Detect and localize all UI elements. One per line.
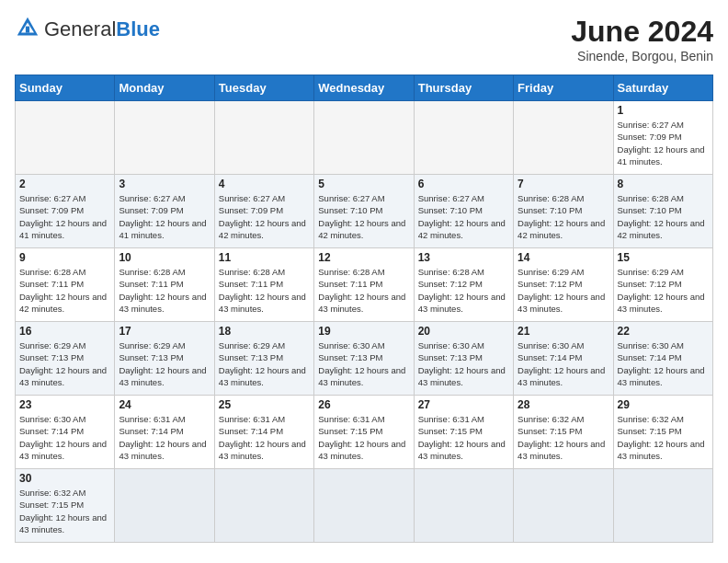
- day-number: 2: [19, 178, 110, 190]
- logo-icon: [15, 15, 40, 44]
- day-number: 21: [518, 325, 609, 338]
- day-info: Sunrise: 6:30 AM Sunset: 7:13 PM Dayligh…: [318, 339, 409, 388]
- header-friday: Friday: [514, 75, 613, 101]
- calendar-cell: 1Sunrise: 6:27 AM Sunset: 7:09 PM Daylig…: [613, 101, 712, 175]
- day-info: Sunrise: 6:27 AM Sunset: 7:09 PM Dayligh…: [19, 192, 110, 241]
- calendar-cell: 18Sunrise: 6:29 AM Sunset: 7:13 PM Dayli…: [214, 322, 313, 396]
- calendar-cell: 5Sunrise: 6:27 AM Sunset: 7:10 PM Daylig…: [314, 175, 414, 248]
- day-number: 5: [318, 178, 409, 190]
- day-info: Sunrise: 6:29 AM Sunset: 7:13 PM Dayligh…: [119, 339, 210, 388]
- calendar-cell: 24Sunrise: 6:31 AM Sunset: 7:14 PM Dayli…: [115, 396, 214, 469]
- calendar-cell: 12Sunrise: 6:28 AM Sunset: 7:11 PM Dayli…: [314, 248, 414, 322]
- calendar-cell: 4Sunrise: 6:27 AM Sunset: 7:09 PM Daylig…: [214, 175, 313, 248]
- calendar-cell: [214, 101, 313, 175]
- day-info: Sunrise: 6:31 AM Sunset: 7:14 PM Dayligh…: [119, 413, 210, 462]
- calendar-cell: 11Sunrise: 6:28 AM Sunset: 7:11 PM Dayli…: [214, 248, 313, 322]
- day-info: Sunrise: 6:28 AM Sunset: 7:10 PM Dayligh…: [618, 192, 709, 241]
- day-info: Sunrise: 6:29 AM Sunset: 7:12 PM Dayligh…: [618, 266, 709, 315]
- calendar-cell: 25Sunrise: 6:31 AM Sunset: 7:14 PM Dayli…: [214, 396, 313, 469]
- day-info: Sunrise: 6:31 AM Sunset: 7:15 PM Dayligh…: [318, 413, 409, 462]
- day-number: 22: [618, 325, 709, 338]
- day-number: 12: [318, 251, 409, 264]
- calendar-cell: 8Sunrise: 6:28 AM Sunset: 7:10 PM Daylig…: [613, 175, 712, 248]
- calendar-cell: [16, 101, 115, 175]
- day-number: 8: [618, 178, 709, 190]
- calendar-cell: 30Sunrise: 6:32 AM Sunset: 7:15 PM Dayli…: [16, 469, 115, 543]
- day-number: 10: [119, 251, 210, 264]
- day-number: 23: [19, 398, 110, 411]
- calendar-cell: 16Sunrise: 6:29 AM Sunset: 7:13 PM Dayli…: [16, 322, 115, 396]
- calendar-cell: 26Sunrise: 6:31 AM Sunset: 7:15 PM Dayli…: [314, 396, 414, 469]
- calendar-cell: [414, 101, 513, 175]
- calendar-cell: 10Sunrise: 6:28 AM Sunset: 7:11 PM Dayli…: [115, 248, 214, 322]
- day-number: 30: [19, 472, 110, 485]
- day-info: Sunrise: 6:28 AM Sunset: 7:12 PM Dayligh…: [418, 266, 509, 315]
- day-number: 28: [518, 398, 609, 411]
- day-info: Sunrise: 6:27 AM Sunset: 7:10 PM Dayligh…: [418, 192, 509, 241]
- day-number: 20: [418, 325, 509, 338]
- week-row-1: 2Sunrise: 6:27 AM Sunset: 7:09 PM Daylig…: [16, 175, 713, 248]
- day-info: Sunrise: 6:28 AM Sunset: 7:11 PM Dayligh…: [318, 266, 409, 315]
- calendar-cell: 29Sunrise: 6:32 AM Sunset: 7:15 PM Dayli…: [613, 396, 712, 469]
- header-wednesday: Wednesday: [314, 75, 414, 101]
- day-number: 19: [318, 325, 409, 338]
- header-thursday: Thursday: [414, 75, 513, 101]
- header-sunday: Sunday: [16, 75, 115, 101]
- day-info: Sunrise: 6:27 AM Sunset: 7:10 PM Dayligh…: [318, 192, 409, 241]
- day-info: Sunrise: 6:30 AM Sunset: 7:13 PM Dayligh…: [418, 339, 509, 388]
- header-saturday: Saturday: [613, 75, 712, 101]
- day-info: Sunrise: 6:32 AM Sunset: 7:15 PM Dayligh…: [19, 487, 110, 535]
- calendar-cell: 27Sunrise: 6:31 AM Sunset: 7:15 PM Dayli…: [414, 396, 513, 469]
- day-number: 25: [219, 398, 310, 411]
- logo: GeneralBlue: [15, 15, 160, 44]
- calendar-cell: 14Sunrise: 6:29 AM Sunset: 7:12 PM Dayli…: [514, 248, 613, 322]
- day-number: 17: [119, 325, 210, 338]
- day-number: 29: [618, 398, 709, 411]
- calendar-cell: [314, 469, 414, 543]
- day-info: Sunrise: 6:28 AM Sunset: 7:11 PM Dayligh…: [19, 266, 110, 315]
- calendar-cell: 13Sunrise: 6:28 AM Sunset: 7:12 PM Dayli…: [414, 248, 513, 322]
- calendar-cell: 22Sunrise: 6:30 AM Sunset: 7:14 PM Dayli…: [613, 322, 712, 396]
- week-row-5: 30Sunrise: 6:32 AM Sunset: 7:15 PM Dayli…: [16, 469, 713, 543]
- day-number: 24: [119, 398, 210, 411]
- calendar-cell: 9Sunrise: 6:28 AM Sunset: 7:11 PM Daylig…: [16, 248, 115, 322]
- day-number: 27: [418, 398, 509, 411]
- day-number: 1: [618, 104, 709, 117]
- day-number: 14: [518, 251, 609, 264]
- week-row-0: 1Sunrise: 6:27 AM Sunset: 7:09 PM Daylig…: [16, 101, 713, 175]
- day-info: Sunrise: 6:27 AM Sunset: 7:09 PM Dayligh…: [219, 192, 310, 241]
- day-number: 4: [219, 178, 310, 190]
- calendar-cell: 20Sunrise: 6:30 AM Sunset: 7:13 PM Dayli…: [414, 322, 513, 396]
- day-number: 18: [219, 325, 310, 338]
- calendar-cell: [115, 101, 214, 175]
- day-info: Sunrise: 6:28 AM Sunset: 7:10 PM Dayligh…: [518, 192, 609, 241]
- month-title: June 2024: [571, 15, 713, 49]
- day-info: Sunrise: 6:27 AM Sunset: 7:09 PM Dayligh…: [618, 119, 709, 167]
- header-monday: Monday: [115, 75, 214, 101]
- day-number: 16: [19, 325, 110, 338]
- day-info: Sunrise: 6:29 AM Sunset: 7:12 PM Dayligh…: [518, 266, 609, 315]
- calendar-cell: 7Sunrise: 6:28 AM Sunset: 7:10 PM Daylig…: [514, 175, 613, 248]
- calendar: SundayMondayTuesdayWednesdayThursdayFrid…: [15, 75, 713, 543]
- logo-text: GeneralBlue: [44, 19, 160, 40]
- week-row-4: 23Sunrise: 6:30 AM Sunset: 7:14 PM Dayli…: [16, 396, 713, 469]
- calendar-cell: [514, 469, 613, 543]
- calendar-cell: 6Sunrise: 6:27 AM Sunset: 7:10 PM Daylig…: [414, 175, 513, 248]
- calendar-cell: [314, 101, 414, 175]
- day-number: 26: [318, 398, 409, 411]
- day-number: 15: [618, 251, 709, 264]
- week-row-3: 16Sunrise: 6:29 AM Sunset: 7:13 PM Dayli…: [16, 322, 713, 396]
- day-info: Sunrise: 6:29 AM Sunset: 7:13 PM Dayligh…: [219, 339, 310, 388]
- day-info: Sunrise: 6:30 AM Sunset: 7:14 PM Dayligh…: [618, 339, 709, 388]
- day-info: Sunrise: 6:28 AM Sunset: 7:11 PM Dayligh…: [119, 266, 210, 315]
- day-info: Sunrise: 6:28 AM Sunset: 7:11 PM Dayligh…: [219, 266, 310, 315]
- calendar-cell: [514, 101, 613, 175]
- svg-rect-2: [26, 27, 29, 33]
- calendar-cell: [613, 469, 712, 543]
- calendar-cell: [115, 469, 214, 543]
- location: Sinende, Borgou, Benin: [571, 49, 713, 63]
- calendar-cell: [214, 469, 313, 543]
- calendar-cell: 15Sunrise: 6:29 AM Sunset: 7:12 PM Dayli…: [613, 248, 712, 322]
- day-info: Sunrise: 6:30 AM Sunset: 7:14 PM Dayligh…: [19, 413, 110, 462]
- title-area: June 2024 Sinende, Borgou, Benin: [571, 15, 713, 63]
